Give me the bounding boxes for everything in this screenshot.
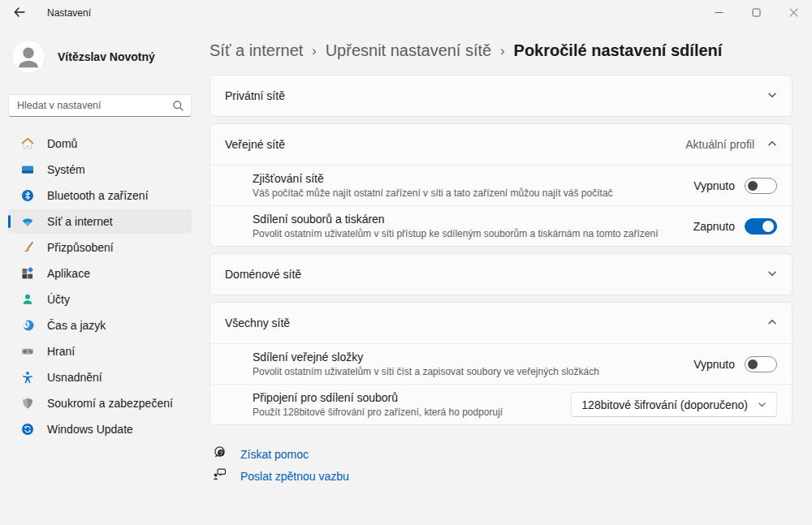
breadcrumb: Síť a internet › Upřesnit nastavení sítě… <box>209 39 793 62</box>
sidebar-item-personalization[interactable]: Přizpůsobení <box>8 235 192 260</box>
sidebar-item-label: Účty <box>47 293 70 306</box>
sidebar-item-label: Domů <box>47 137 77 150</box>
bluetooth-icon <box>20 189 34 203</box>
toggle-knob <box>748 181 758 191</box>
search-icon[interactable] <box>172 100 184 112</box>
minimize-icon <box>715 7 723 19</box>
card-title: Veřejné sítě <box>225 138 285 151</box>
setting-description: Povolit ostatním uživatelům v síti příst… <box>253 228 659 239</box>
window-controls <box>700 0 812 26</box>
sidebar-item-label: Hraní <box>47 345 75 358</box>
sidebar-item-label: Přizpůsobení <box>47 241 114 254</box>
setting-title: Sdílení souborů a tiskáren <box>253 213 659 226</box>
sidebar-item-label: Bluetooth a zařízení <box>47 189 149 202</box>
public-folder-sharing-toggle[interactable] <box>745 356 777 372</box>
sidebar: Vítězslav Novotný Domů <box>0 26 203 525</box>
card-title: Privátní sítě <box>225 89 285 102</box>
setting-title: Zjišťování sítě <box>253 172 613 185</box>
card-title: Doménové sítě <box>225 268 301 281</box>
sidebar-item-label: Soukromí a zabezpečení <box>47 397 173 410</box>
apps-icon <box>20 267 34 281</box>
toggle-state-label: Vypnuto <box>693 179 735 192</box>
sidebar-item-label: Čas a jazyk <box>47 319 106 332</box>
minimize-button[interactable] <box>700 0 737 26</box>
sidebar-item-network-internet[interactable]: Síť a internet <box>8 209 192 234</box>
sidebar-item-label: Windows Update <box>47 423 133 436</box>
chevron-up-icon <box>767 316 777 330</box>
breadcrumb-network-internet[interactable]: Síť a internet <box>209 41 303 60</box>
setting-file-printer-sharing: Sdílení souborů a tiskáren Povolit ostat… <box>210 205 792 246</box>
toggle-knob <box>762 221 774 232</box>
card-title: Všechny sítě <box>225 316 290 329</box>
sidebar-item-accounts[interactable]: Účty <box>8 287 192 312</box>
dropdown-value: 128bitové šifrování (doporučeno) <box>581 398 748 411</box>
network-discovery-toggle[interactable] <box>745 178 777 194</box>
card-private-networks: Privátní sítě <box>209 75 793 117</box>
back-arrow-icon <box>14 7 25 19</box>
update-icon <box>20 423 34 437</box>
shield-icon <box>20 397 34 411</box>
breadcrumb-separator: › <box>500 42 504 58</box>
home-icon <box>20 137 34 151</box>
breadcrumb-separator: › <box>312 42 316 58</box>
maximize-icon <box>752 7 761 19</box>
sidebar-item-gaming[interactable]: Hraní <box>8 339 192 364</box>
settings-window: Nastavení Vítězslav Novotný <box>0 0 812 525</box>
svg-text:?: ? <box>219 450 222 456</box>
setting-description: Použít 128bitové šifrování pro zařízení,… <box>253 407 503 418</box>
close-icon <box>789 7 798 19</box>
send-feedback-link[interactable]: Poslat zpětnou vazbu <box>213 465 349 487</box>
current-profile-badge: Aktuální profil <box>685 138 754 151</box>
wifi-icon <box>20 215 34 229</box>
file-printer-sharing-toggle[interactable] <box>745 218 777 235</box>
send-feedback-label: Poslat zpětnou vazbu <box>240 470 349 483</box>
setting-file-sharing-connections: Připojení pro sdílení souborů Použít 128… <box>210 384 792 424</box>
chevron-down-icon <box>767 88 777 103</box>
card-public-networks: Veřejné sítě Aktuální profil Zjišťování … <box>209 123 793 247</box>
get-help-label: Získat pomoc <box>240 448 309 461</box>
footer-links: ? Získat pomoc Poslat zpětnou vazbu <box>209 443 793 487</box>
feedback-icon <box>213 467 227 484</box>
clock-language-icon <box>20 319 34 333</box>
expander-domain-networks[interactable]: Doménové sítě <box>210 254 792 295</box>
get-help-icon: ? <box>213 445 227 463</box>
gamepad-icon <box>20 345 34 359</box>
sidebar-item-privacy-security[interactable]: Soukromí a zabezpečení <box>8 391 192 415</box>
close-button[interactable] <box>775 0 812 26</box>
sidebar-item-accessibility[interactable]: Usnadnění <box>8 365 192 389</box>
toggle-state-label: Vypnuto <box>693 358 735 371</box>
user-profile[interactable]: Vítězslav Novotný <box>8 36 192 78</box>
sidebar-item-apps[interactable]: Aplikace <box>8 261 192 286</box>
setting-title: Sdílení veřejné složky <box>253 351 599 364</box>
sidebar-item-label: Systém <box>47 163 85 176</box>
page-title: Pokročilé nastavení sdílení <box>514 41 723 60</box>
titlebar: Nastavení <box>0 0 812 26</box>
breadcrumb-advanced-network-settings[interactable]: Upřesnit nastavení sítě <box>326 41 492 60</box>
setting-public-folder-sharing: Sdílení veřejné složky Povolit ostatním … <box>210 343 792 384</box>
setting-network-discovery: Zjišťování sítě Váš počítač může najít o… <box>210 165 792 205</box>
sidebar-item-home[interactable]: Domů <box>8 131 192 156</box>
card-all-networks: Všechny sítě Sdílení veřejné složky Povo… <box>209 302 793 425</box>
brush-icon <box>20 241 34 255</box>
get-help-link[interactable]: ? Získat pomoc <box>213 443 309 465</box>
sidebar-item-label: Usnadnění <box>47 371 102 384</box>
maximize-button[interactable] <box>737 0 775 26</box>
sidebar-item-time-language[interactable]: Čas a jazyk <box>8 313 192 338</box>
person-icon <box>20 293 34 307</box>
setting-description: Povolit ostatním uživatelům v síti číst … <box>253 366 599 377</box>
expander-all-networks[interactable]: Všechny sítě <box>210 303 792 343</box>
toggle-knob <box>748 359 758 369</box>
back-button[interactable] <box>3 0 36 26</box>
accessibility-icon <box>20 371 34 385</box>
search-input[interactable] <box>17 100 172 111</box>
expander-public-networks[interactable]: Veřejné sítě Aktuální profil <box>210 124 792 165</box>
search-box <box>8 94 192 117</box>
sidebar-item-windows-update[interactable]: Windows Update <box>8 417 192 441</box>
sidebar-item-bluetooth-devices[interactable]: Bluetooth a zařízení <box>8 183 192 208</box>
chevron-up-icon <box>767 137 777 152</box>
encryption-dropdown[interactable]: 128bitové šifrování (doporučeno) <box>571 392 777 417</box>
sidebar-nav: Domů Systém Bluetooth a zařízení <box>8 131 192 441</box>
avatar <box>11 40 45 74</box>
sidebar-item-system[interactable]: Systém <box>8 157 192 182</box>
expander-private-networks[interactable]: Privátní sítě <box>210 75 792 116</box>
